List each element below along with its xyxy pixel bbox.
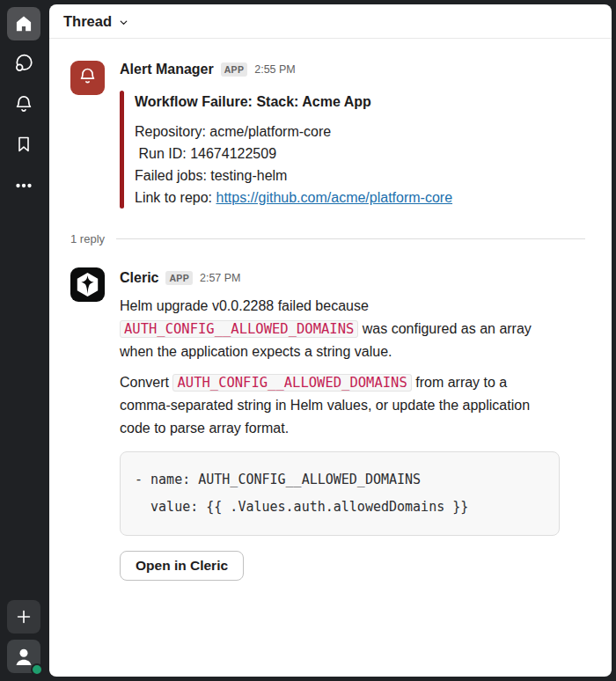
inline-code-chip: AUTH_CONFIG__ALLOWED_DOMAINS — [120, 320, 358, 338]
attachment-title: Workflow Failure: Stack: Acme App — [135, 91, 560, 113]
bell-icon — [12, 92, 35, 115]
attachment-color-bar — [120, 91, 124, 209]
sidebar-item-later[interactable] — [7, 128, 40, 161]
app-badge: APP — [221, 62, 248, 77]
home-icon — [13, 13, 34, 34]
sender-name: Cleric — [120, 270, 158, 286]
root-message-body: Alert Manager APP 2:55 PM Workflow Failu… — [120, 61, 560, 209]
code-line: - name: AUTH_CONFIG__ALLOWED_DOMAINS — [135, 466, 545, 494]
sender-row: Cleric APP 2:57 PM — [120, 269, 560, 287]
chevron-down-icon — [118, 17, 129, 28]
sidebar-item-more[interactable] — [7, 169, 40, 202]
repo-link[interactable]: https://github.com/acme/platform-core — [216, 190, 453, 205]
sidebar-item-home[interactable] — [7, 7, 40, 40]
open-in-cleric-button[interactable]: Open in Cleric — [120, 551, 244, 581]
code-line: value: {{ .Values.auth.allowedDomains }} — [135, 494, 545, 521]
reply-paragraph-2: Convert AUTH_CONFIG__ALLOWED_DOMAINS fro… — [120, 371, 560, 440]
paragraph-text: Helm upgrade v0.0.2288 failed because — [120, 298, 369, 313]
user-avatar-button[interactable] — [7, 640, 40, 673]
cleric-logo-icon — [70, 267, 105, 305]
reply-message-body: Cleric APP 2:57 PM Helm upgrade v0.0.228… — [120, 269, 560, 581]
reply-message: Cleric APP 2:57 PM Helm upgrade v0.0.228… — [70, 269, 585, 581]
bookmark-icon — [13, 134, 34, 155]
alert-attachment: Workflow Failure: Stack: Acme App Reposi… — [120, 91, 560, 209]
paragraph-text: Convert — [120, 375, 172, 390]
thread-content: Alert Manager APP 2:55 PM Workflow Failu… — [49, 39, 612, 581]
divider-line — [116, 238, 585, 239]
code-block: - name: AUTH_CONFIG__ALLOWED_DOMAINS val… — [120, 451, 560, 536]
sidebar-item-dms[interactable] — [7, 47, 40, 80]
attachment-line-repository: Repository: acme/platform-core — [135, 121, 560, 143]
root-message: Alert Manager APP 2:55 PM Workflow Failu… — [70, 61, 585, 209]
thread-panel: Thread Alert Manager APP — [49, 4, 612, 677]
ellipsis-icon — [12, 174, 35, 197]
reply-paragraph-1: Helm upgrade v0.0.2288 failed because AU… — [120, 295, 560, 363]
attachment-line-link: Link to repo: https://github.com/acme/pl… — [135, 187, 560, 209]
link-prefix: Link to repo: — [135, 190, 216, 205]
reply-divider: 1 reply — [70, 232, 585, 245]
app-badge: APP — [165, 271, 193, 285]
message-timestamp[interactable]: 2:57 PM — [200, 272, 241, 284]
sidebar-rail — [0, 0, 49, 681]
cleric-avatar — [70, 269, 105, 304]
dms-icon — [12, 52, 35, 75]
sender-name: Alert Manager — [120, 62, 214, 77]
thread-header[interactable]: Thread — [49, 4, 612, 39]
inline-code-chip: AUTH_CONFIG__ALLOWED_DOMAINS — [172, 374, 411, 392]
presence-indicator — [31, 663, 43, 676]
attachment-line-failed-jobs: Failed jobs: testing-helm — [135, 165, 560, 187]
sidebar-item-activity[interactable] — [7, 87, 40, 121]
sender-row: Alert Manager APP 2:55 PM — [120, 61, 560, 78]
plus-icon — [14, 607, 33, 626]
reply-count-label: 1 reply — [70, 232, 105, 245]
message-timestamp[interactable]: 2:55 PM — [254, 63, 296, 76]
page-title: Thread — [63, 13, 112, 30]
create-new-button[interactable] — [7, 600, 40, 633]
alert-bell-icon — [76, 64, 99, 92]
alert-manager-avatar — [70, 61, 105, 95]
attachment-line-run-id: Run ID: 14674122509 — [135, 143, 560, 165]
